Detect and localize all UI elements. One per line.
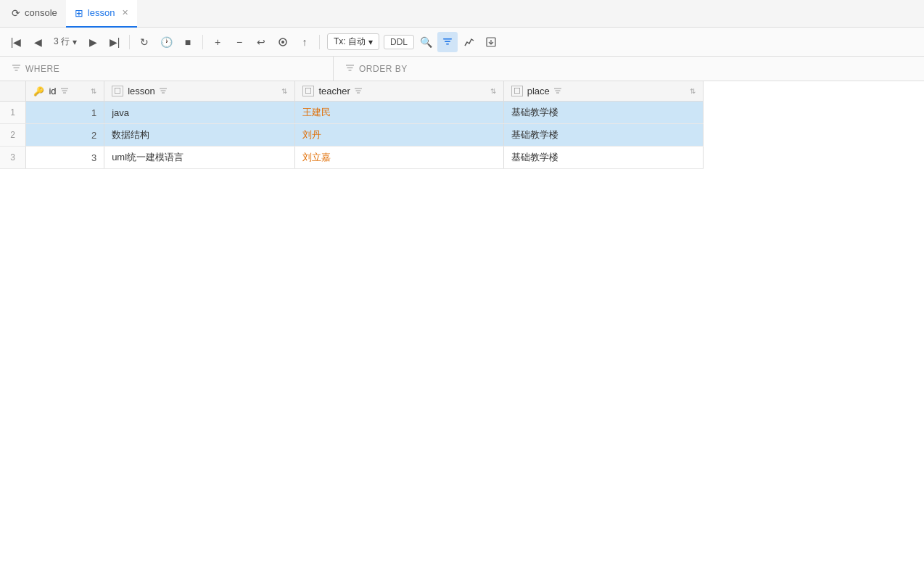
row-num-cell: 2: [0, 124, 26, 147]
teacher-filter-icon[interactable]: [355, 87, 362, 96]
id-filter-icon[interactable]: [61, 87, 68, 96]
table-row[interactable]: 33uml统一建模语言刘立嘉基础教学楼: [0, 147, 704, 169]
table-row[interactable]: 11java王建民基础教学楼: [0, 102, 704, 124]
col-header-lesson[interactable]: ☐ lesson ⇅: [104, 81, 295, 102]
search-button[interactable]: 🔍: [416, 32, 436, 52]
svg-point-1: [281, 41, 284, 44]
cell-id[interactable]: 1: [26, 102, 104, 124]
row-num-cell: 1: [0, 102, 26, 124]
row-num-header: [0, 81, 26, 102]
row-count[interactable]: 3 行 ▾: [49, 36, 81, 48]
place-sort-icon[interactable]: ⇅: [690, 87, 696, 95]
delete-row-button[interactable]: −: [229, 32, 249, 52]
table-header-row: 🔑 id ⇅ ☐: [0, 81, 704, 102]
order-by-label: ORDER BY: [359, 64, 408, 74]
tab-bar: ⟳ console ⊞ lesson ✕: [0, 0, 924, 28]
prev-button[interactable]: ◀: [28, 32, 48, 52]
separator-1: [129, 35, 130, 49]
separator-2: [202, 35, 203, 49]
table-container: 🔑 id ⇅ ☐: [0, 81, 924, 169]
tx-dropdown[interactable]: Tx: 自动 ▾: [327, 33, 379, 50]
lesson-col-icon: ☐: [112, 86, 123, 96]
next-button[interactable]: ▶: [83, 32, 103, 52]
cell-teacher[interactable]: 刘立嘉: [295, 147, 503, 169]
cell-lesson[interactable]: uml统一建模语言: [104, 147, 295, 169]
svg-rect-3: [445, 41, 450, 42]
last-button[interactable]: ▶|: [104, 32, 125, 52]
table-body: 11java王建民基础教学楼22数据结构刘丹基础教学楼33uml统一建模语言刘立…: [0, 102, 704, 169]
svg-rect-4: [446, 44, 449, 45]
filter-button[interactable]: [437, 32, 458, 52]
export-icon: [486, 37, 496, 47]
separator-3: [319, 35, 320, 49]
teacher-sort-icon[interactable]: ⇅: [490, 87, 496, 95]
undo-button[interactable]: ↩: [251, 32, 271, 52]
chart-icon: [464, 37, 474, 47]
cell-id[interactable]: 3: [26, 147, 104, 169]
copy-icon: [278, 37, 288, 47]
tab-lesson-label: lesson: [88, 7, 115, 18]
tab-console-label: console: [25, 7, 57, 18]
refresh-button[interactable]: ↻: [134, 32, 154, 52]
cell-place[interactable]: 基础教学楼: [503, 102, 703, 124]
filter-bar: WHERE ORDER BY: [0, 57, 924, 81]
tab-lesson-close[interactable]: ✕: [122, 8, 128, 17]
first-button[interactable]: |◀: [6, 32, 26, 52]
add-row-button[interactable]: +: [207, 32, 228, 52]
row-num-cell: 3: [0, 147, 26, 169]
id-key-icon: 🔑: [33, 86, 44, 96]
place-filter-icon[interactable]: [554, 87, 561, 96]
lesson-filter-icon[interactable]: [160, 87, 167, 96]
cell-lesson[interactable]: java: [104, 102, 295, 124]
where-label: WHERE: [25, 64, 59, 74]
id-sort-icon[interactable]: ⇅: [91, 87, 96, 95]
where-section: WHERE: [0, 57, 334, 81]
data-table: 🔑 id ⇅ ☐: [0, 81, 704, 169]
ddl-button[interactable]: DDL: [384, 35, 414, 49]
cell-lesson[interactable]: 数据结构: [104, 124, 295, 147]
teacher-col-icon: ☐: [302, 86, 314, 96]
order-by-icon: [345, 63, 355, 75]
where-filter-icon: [12, 63, 21, 75]
table-row[interactable]: 22数据结构刘丹基础教学楼: [0, 124, 704, 147]
cell-teacher[interactable]: 王建民: [295, 102, 503, 124]
tab-lesson[interactable]: ⊞ lesson ✕: [66, 0, 138, 28]
copy-button[interactable]: [273, 32, 293, 52]
cell-place[interactable]: 基础教学楼: [503, 124, 703, 147]
filter-icon: [442, 37, 453, 47]
console-icon: ⟳: [12, 7, 20, 19]
cell-teacher[interactable]: 刘丹: [295, 124, 503, 147]
export-button[interactable]: [481, 32, 501, 52]
col-header-place[interactable]: ☐ place ⇅: [503, 81, 703, 102]
lesson-table-icon: ⊞: [75, 7, 83, 19]
place-col-icon: ☐: [511, 86, 523, 96]
chart-button[interactable]: [459, 32, 479, 52]
cell-id[interactable]: 2: [26, 124, 104, 147]
lesson-sort-icon[interactable]: ⇅: [281, 87, 287, 95]
toolbar: |◀ ◀ 3 行 ▾ ▶ ▶| ↻ 🕐 ■ + − ↩ ↑ Tx: 自动 ▾ D…: [0, 28, 924, 57]
up-button[interactable]: ↑: [294, 32, 315, 52]
history-button[interactable]: 🕐: [156, 32, 176, 52]
order-by-section: ORDER BY: [334, 57, 419, 81]
tab-console[interactable]: ⟳ console: [3, 0, 66, 28]
col-header-id[interactable]: 🔑 id ⇅: [26, 81, 104, 102]
col-header-teacher[interactable]: ☐ teacher ⇅: [295, 81, 503, 102]
cell-place[interactable]: 基础教学楼: [503, 147, 703, 169]
stop-button[interactable]: ■: [178, 32, 198, 52]
svg-rect-2: [443, 38, 452, 40]
